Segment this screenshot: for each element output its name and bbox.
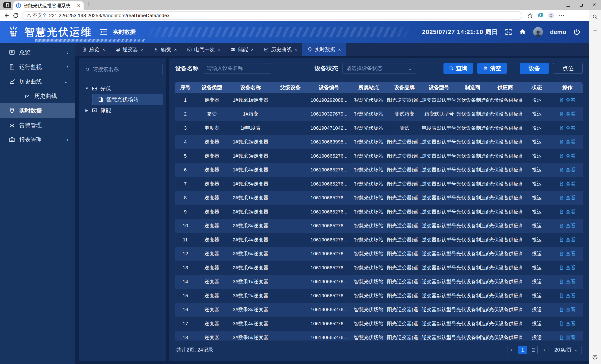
- table-cell: 逆变器默认型号: [422, 261, 456, 275]
- table-cell: 106190665276...: [308, 247, 350, 261]
- table-cell: 8: [175, 191, 196, 205]
- table-cell: 逆变器默认型号: [422, 177, 456, 191]
- username: demo: [550, 28, 566, 36]
- sidebar-add-icon[interactable]: +: [593, 27, 597, 34]
- tree-node-storage[interactable]: ▶ 储能: [82, 105, 163, 116]
- power-icon[interactable]: [573, 28, 580, 35]
- table-row: 5逆变器1#数采3#逆变器106190665276...智慧光伏场站阳光逆变器(…: [175, 149, 583, 163]
- device-name-input[interactable]: [203, 63, 271, 73]
- sidebar-item-alarm[interactable]: 告警管理: [0, 118, 75, 132]
- page-button-2[interactable]: 2: [529, 346, 538, 354]
- table-cell: 逆变器默认型号: [422, 275, 456, 289]
- back-icon[interactable]: [3, 12, 9, 19]
- caret-right-icon[interactable]: ▶: [85, 108, 89, 112]
- view-link-label: 查看: [566, 125, 575, 131]
- tab-close-icon[interactable]: ×: [102, 47, 105, 52]
- view-link[interactable]: 查看: [559, 97, 575, 103]
- point-toggle-button[interactable]: 点位: [553, 63, 583, 74]
- table-row: 6逆变器1#数采4#逆变器106190665276...智慧光伏场站阳光逆变器(…: [175, 163, 583, 177]
- query-button[interactable]: 查询: [443, 63, 473, 74]
- table-cell: 6: [175, 163, 196, 177]
- sidebar-item-monitoring[interactable]: 运行监视 ›: [0, 60, 75, 74]
- tree-search-input[interactable]: [93, 66, 159, 72]
- tab-close-icon[interactable]: ✕: [77, 3, 81, 8]
- page-size-select[interactable]: 20条/页 ⌄: [551, 346, 582, 354]
- view-link[interactable]: 查看: [559, 139, 575, 145]
- view-link[interactable]: 查看: [559, 250, 575, 257]
- device-toggle-label: 设备: [529, 65, 540, 72]
- view-link[interactable]: 查看: [559, 292, 575, 299]
- view-link[interactable]: 查看: [559, 236, 575, 243]
- table-cell: 逆变器默认型号: [422, 163, 456, 177]
- view-link[interactable]: 查看: [559, 153, 575, 159]
- security-indicator[interactable]: 不安全: [27, 12, 47, 19]
- tab-overview[interactable]: 总览×: [77, 43, 110, 56]
- tab-close-icon[interactable]: ×: [294, 47, 297, 52]
- view-link[interactable]: 查看: [559, 306, 575, 313]
- table-cell: 投运: [522, 205, 552, 219]
- refresh-icon[interactable]: [13, 12, 19, 19]
- tab-electrical-primary[interactable]: 电气一次×: [182, 43, 226, 56]
- page-button-1[interactable]: 1: [518, 346, 527, 354]
- table-cell: 投运: [522, 107, 552, 121]
- tab-box-transformer[interactable]: 箱变×: [149, 43, 182, 56]
- overview-icon: [9, 49, 15, 55]
- browser-tab[interactable]: 智能光伏运维管理系统 ✕: [13, 1, 84, 10]
- url-bar[interactable]: 不安全 221.226.253.198:20253/#/monitors/rea…: [22, 11, 522, 20]
- workspaces-icon[interactable]: [3, 2, 11, 8]
- tab-close-icon[interactable]: ×: [218, 47, 220, 52]
- view-link[interactable]: 查看: [559, 166, 575, 173]
- tab-close-icon[interactable]: ×: [141, 47, 144, 52]
- tree-node-station[interactable]: 智慧光伏场站: [92, 94, 163, 105]
- view-link[interactable]: 查看: [559, 194, 575, 201]
- table-cell: [273, 331, 308, 341]
- device-toggle-button[interactable]: 设备: [520, 63, 549, 74]
- view-link[interactable]: 查看: [559, 181, 575, 187]
- new-tab-button[interactable]: +: [87, 0, 91, 8]
- tab-close-icon[interactable]: ×: [251, 47, 254, 52]
- view-link[interactable]: 查看: [559, 334, 575, 341]
- close-button[interactable]: ✕: [588, 2, 601, 8]
- favorite-star-icon[interactable]: [527, 13, 533, 18]
- maximize-button[interactable]: [575, 2, 588, 8]
- tab-close-icon[interactable]: ×: [174, 47, 177, 52]
- tab-history-curve[interactable]: 历史曲线×: [259, 43, 302, 56]
- view-link[interactable]: 查看: [559, 209, 575, 215]
- view-link[interactable]: 查看: [559, 125, 575, 131]
- tab-inverter[interactable]: 逆变器×: [110, 43, 149, 56]
- sidebar-item-history-curve[interactable]: 历史曲线 ⌄: [0, 74, 75, 89]
- table-cell: 2#数采6#逆变器: [228, 261, 273, 275]
- table-cell: 智慧光伏场站: [350, 289, 387, 303]
- table-cell: 光伏设备制造商: [456, 275, 489, 289]
- view-link[interactable]: 查看: [559, 264, 575, 271]
- browser-profile-avatar[interactable]: [548, 12, 554, 19]
- sidebar-subitem-history-curve[interactable]: 历史曲线: [0, 89, 75, 103]
- view-link[interactable]: 查看: [559, 222, 575, 229]
- minimize-button[interactable]: [561, 2, 575, 8]
- prev-page-button[interactable]: ‹: [508, 346, 516, 354]
- tree-search-box[interactable]: [82, 64, 163, 75]
- fullscreen-icon[interactable]: [505, 28, 512, 35]
- more-menu-icon[interactable]: ⋯: [559, 12, 565, 19]
- sidebar-item-reports[interactable]: 报表管理 ›: [0, 132, 75, 147]
- collections-icon[interactable]: [538, 13, 543, 18]
- sidebar-search-icon[interactable]: [592, 14, 598, 20]
- view-link[interactable]: 查看: [559, 320, 575, 327]
- next-page-button[interactable]: ›: [540, 346, 548, 354]
- device-status-select[interactable]: 请选择设备状态 ⌄: [342, 63, 416, 73]
- table-cell: 17: [175, 317, 196, 331]
- sidebar-item-realtime-data[interactable]: 实时数据: [0, 103, 75, 118]
- menu-fold-icon[interactable]: [100, 29, 107, 35]
- user-avatar[interactable]: [533, 27, 543, 37]
- view-link[interactable]: 查看: [559, 278, 575, 285]
- clear-button[interactable]: 清空: [477, 63, 507, 74]
- tree-node-pv[interactable]: ▼ 光伏: [82, 83, 163, 94]
- home-icon[interactable]: [519, 28, 526, 35]
- tab-storage[interactable]: 储能×: [226, 43, 259, 56]
- sidebar-item-overview[interactable]: 总览 ›: [0, 45, 75, 60]
- caret-down-icon[interactable]: ▼: [85, 86, 89, 91]
- tab-close-icon[interactable]: ×: [338, 47, 341, 52]
- settings-gear-icon[interactable]: [592, 354, 598, 360]
- tab-realtime-data[interactable]: 实时数据×: [302, 43, 346, 56]
- view-link[interactable]: 查看: [559, 111, 575, 117]
